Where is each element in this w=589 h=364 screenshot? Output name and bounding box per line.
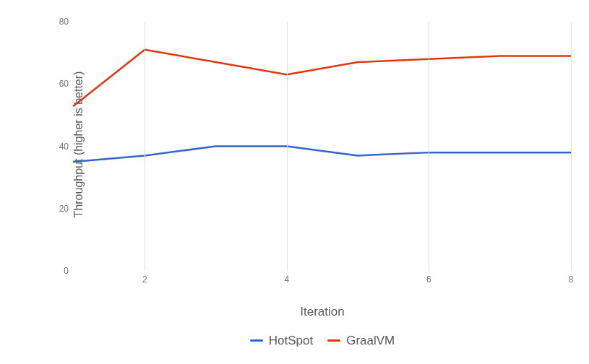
y-tick-label: 80	[47, 17, 69, 27]
chart-container: Throughput (higher is better) Iteration …	[0, 0, 589, 364]
x-tick-label: 6	[418, 274, 439, 285]
gridline-vertical	[571, 22, 572, 271]
y-tick-label: 20	[47, 204, 69, 214]
y-tick-label: 60	[47, 79, 69, 89]
legend-item: GraalVM	[327, 334, 395, 348]
legend-label: GraalVM	[346, 334, 395, 348]
legend-swatch	[327, 339, 340, 342]
gridline-vertical	[287, 22, 288, 271]
y-tick-label: 40	[47, 142, 69, 152]
series-line	[74, 50, 571, 106]
x-tick-label: 8	[560, 274, 582, 285]
legend-swatch	[250, 339, 263, 342]
legend-item: HotSpot	[250, 334, 313, 348]
legend-label: HotSpot	[269, 334, 313, 348]
series-line	[74, 147, 571, 162]
plot-area	[74, 22, 571, 271]
x-axis-label: Iteration	[74, 305, 571, 319]
x-tick-label: 4	[276, 274, 298, 285]
line-layer	[74, 22, 571, 271]
legend: HotSpotGraalVM	[74, 331, 571, 348]
y-tick-label: 0	[47, 266, 69, 276]
gridline-vertical	[429, 22, 429, 271]
x-tick-label: 2	[134, 274, 155, 285]
gridline-vertical	[145, 22, 145, 271]
